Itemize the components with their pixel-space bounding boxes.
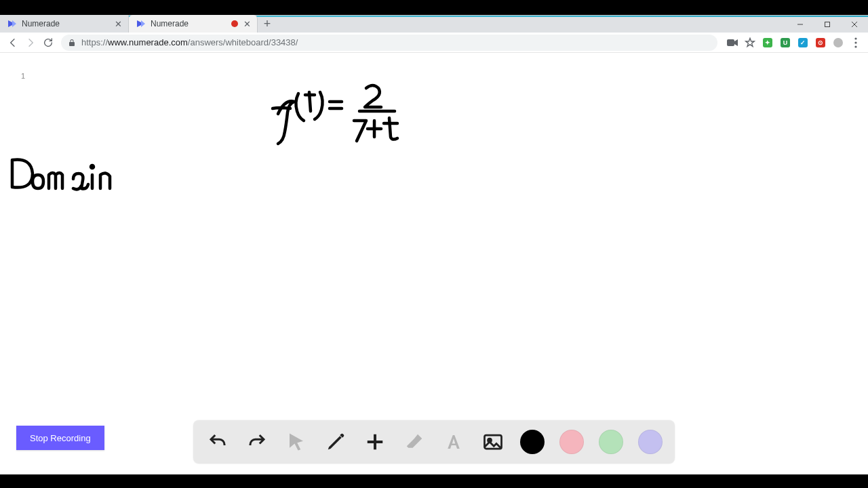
url-text: https://www.numerade.com/answers/whitebo… xyxy=(81,37,298,47)
browser-chrome: Numerade ✕ Numerade ✕ + xyxy=(0,15,868,474)
profile-avatar-icon[interactable] xyxy=(830,35,846,51)
new-tab-button[interactable]: + xyxy=(258,15,277,33)
handwriting-layer xyxy=(0,53,868,474)
whiteboard-canvas[interactable]: 1 xyxy=(0,53,868,474)
chrome-menu-button[interactable] xyxy=(848,35,864,51)
whiteboard-toolbar xyxy=(193,420,675,464)
tab-close-button[interactable]: ✕ xyxy=(113,19,123,28)
color-swatch-black[interactable] xyxy=(520,430,545,454)
text-tool-button[interactable] xyxy=(441,430,466,454)
svg-rect-1 xyxy=(825,22,830,27)
color-swatch-purple[interactable] xyxy=(638,430,663,454)
pointer-tool-button[interactable] xyxy=(284,430,309,454)
tab-title: Numerade xyxy=(22,19,113,28)
address-bar: https://www.numerade.com/answers/whitebo… xyxy=(0,33,868,53)
letterbox-bottom xyxy=(0,474,868,488)
browser-tab-1[interactable]: Numerade ✕ xyxy=(129,15,258,33)
numerade-favicon-icon xyxy=(7,19,16,28)
redo-button[interactable] xyxy=(245,430,269,454)
window-controls xyxy=(787,16,868,33)
url-input[interactable]: https://www.numerade.com/answers/whitebo… xyxy=(61,35,717,51)
add-tool-button[interactable] xyxy=(363,430,387,454)
back-button[interactable] xyxy=(4,34,22,52)
svg-point-7 xyxy=(854,45,856,47)
svg-rect-4 xyxy=(727,39,734,46)
window-close-button[interactable] xyxy=(841,16,868,33)
browser-tab-0[interactable]: Numerade ✕ xyxy=(0,15,129,33)
extension-4-icon[interactable]: ⊙ xyxy=(812,35,829,51)
window-minimize-button[interactable] xyxy=(787,16,814,33)
stop-recording-button[interactable]: Stop Recording xyxy=(16,426,104,450)
forward-button[interactable] xyxy=(22,34,39,52)
extension-1-icon[interactable]: ✦ xyxy=(760,35,776,51)
tab-bar: Numerade ✕ Numerade ✕ + xyxy=(0,15,868,33)
recording-indicator-icon xyxy=(231,20,238,27)
tab-title: Numerade xyxy=(151,19,231,28)
lock-icon xyxy=(68,39,76,47)
camera-icon[interactable] xyxy=(724,35,741,51)
window-maximize-button[interactable] xyxy=(814,16,841,33)
svg-point-6 xyxy=(854,41,856,43)
tab-close-button[interactable]: ✕ xyxy=(242,19,252,28)
extension-3-icon[interactable]: ✓ xyxy=(795,35,811,51)
eraser-tool-button[interactable] xyxy=(402,430,427,454)
svg-point-13 xyxy=(91,165,94,168)
undo-button[interactable] xyxy=(205,430,230,454)
bookmark-star-icon[interactable] xyxy=(742,35,758,51)
color-swatch-green[interactable] xyxy=(599,430,623,454)
pen-tool-button[interactable] xyxy=(323,430,348,454)
letterbox-top xyxy=(0,0,868,15)
extension-icons: ✦ U ✓ ⊙ xyxy=(724,35,864,51)
extension-2-icon[interactable]: U xyxy=(777,35,793,51)
svg-point-5 xyxy=(854,37,856,39)
image-tool-button[interactable] xyxy=(481,430,505,454)
color-swatch-pink[interactable] xyxy=(559,430,584,454)
numerade-favicon-icon xyxy=(136,19,145,28)
reload-button[interactable] xyxy=(39,34,57,52)
